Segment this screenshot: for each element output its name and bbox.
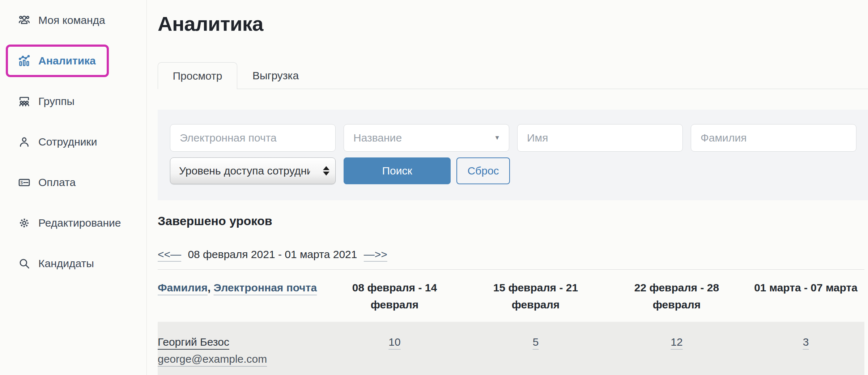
lessons-table: Фамилия, Электронная почта 08 февраля - … bbox=[158, 269, 864, 375]
header-separator: , bbox=[208, 282, 214, 294]
tab-export-label: Выгрузка bbox=[252, 69, 299, 82]
employee-email-link[interactable]: george@example.com bbox=[158, 350, 267, 367]
sidebar-item-employees[interactable]: Сотрудники bbox=[0, 122, 146, 162]
tabs: Просмотр Выгрузка bbox=[158, 62, 868, 89]
sort-by-last-name-link[interactable]: Фамилия bbox=[158, 282, 208, 294]
lessons-count-link[interactable]: 10 bbox=[388, 336, 400, 348]
reset-button[interactable]: Сброс bbox=[456, 157, 510, 184]
sidebar-item-analytics[interactable]: Аналитика bbox=[0, 41, 146, 81]
sidebar-item-label: Оплата bbox=[38, 176, 76, 189]
table-header-row: Фамилия, Электронная почта 08 февраля - … bbox=[158, 270, 864, 322]
sidebar-item-label: Аналитика bbox=[38, 55, 96, 67]
week-column-header: 08 февраля - 14 февраля bbox=[324, 270, 465, 322]
week-column-header: 01 марта - 07 марта bbox=[747, 270, 864, 322]
active-item-highlight: Аналитика bbox=[6, 45, 109, 77]
employee-cell: Георгий Безос george@example.com bbox=[158, 322, 324, 375]
lessons-count-cell: 12 bbox=[606, 322, 747, 375]
sidebar-item-my-team[interactable]: Моя команда bbox=[0, 0, 146, 41]
week-column-header: 22 февраля - 28 февраля bbox=[606, 270, 747, 322]
sidebar-item-label: Кандидаты bbox=[38, 257, 94, 270]
analytics-icon bbox=[17, 54, 31, 68]
date-pagination: <<— 08 февраля 2021 - 01 марта 2021 —>> bbox=[158, 248, 868, 261]
lessons-count-cell: 10 bbox=[324, 322, 465, 375]
search-button[interactable]: Поиск bbox=[344, 157, 451, 184]
sidebar-item-editing[interactable]: Редактирование bbox=[0, 203, 146, 243]
title-filter-placeholder: Название bbox=[353, 132, 402, 144]
last-name-filter-input[interactable] bbox=[691, 124, 856, 152]
table-row: Георгий Безос george@example.com 10 5 12… bbox=[158, 322, 864, 375]
chevron-down-icon: ▼ bbox=[494, 134, 500, 142]
search-icon bbox=[17, 257, 31, 270]
lessons-count-cell: 3 bbox=[747, 322, 864, 375]
week-column-header: 15 февраля - 21 февраля bbox=[465, 270, 606, 322]
date-range-label: 08 февраля 2021 - 01 марта 2021 bbox=[188, 248, 357, 260]
access-level-select-value: Уровень доступа сотрудника bbox=[179, 165, 310, 177]
lessons-count-link[interactable]: 12 bbox=[671, 336, 682, 348]
section-title: Завершено уроков bbox=[158, 214, 868, 228]
employee-name-link[interactable]: Георгий Безос bbox=[158, 333, 229, 350]
main-content: Аналитика Просмотр Выгрузка Название ▼ bbox=[147, 0, 868, 375]
sort-header-cell: Фамилия, Электронная почта bbox=[158, 270, 324, 322]
title-filter-select[interactable]: Название ▼ bbox=[344, 124, 509, 152]
sidebar-nav: Моя команда bbox=[0, 0, 146, 284]
payment-icon: $ bbox=[17, 176, 31, 189]
svg-text:$: $ bbox=[21, 180, 23, 185]
filter-row-2: Уровень доступа сотрудника Поиск Сброс bbox=[170, 157, 857, 184]
tab-export[interactable]: Выгрузка bbox=[237, 62, 314, 89]
email-filter-input[interactable] bbox=[170, 124, 336, 152]
filter-row-1: Название ▼ bbox=[170, 124, 857, 152]
page-title: Аналитика bbox=[158, 9, 868, 38]
sidebar: Моя команда bbox=[0, 0, 147, 375]
filter-panel: Название ▼ Уровень доступа сотрудника По… bbox=[158, 110, 868, 200]
access-level-select[interactable]: Уровень доступа сотрудника bbox=[170, 157, 336, 184]
sidebar-item-groups[interactable]: Группы bbox=[0, 81, 146, 122]
next-period-link[interactable]: —>> bbox=[364, 248, 387, 260]
sidebar-item-label: Сотрудники bbox=[38, 136, 97, 148]
sidebar-item-candidates[interactable]: Кандидаты bbox=[0, 243, 146, 284]
gear-icon bbox=[17, 216, 31, 230]
prev-period-link[interactable]: <<— bbox=[158, 248, 181, 260]
app-window: Моя команда bbox=[0, 0, 868, 375]
employees-icon bbox=[17, 135, 31, 149]
sidebar-item-label: Моя команда bbox=[38, 14, 105, 26]
sidebar-item-label: Группы bbox=[38, 95, 75, 108]
sort-by-email-link[interactable]: Электронная почта bbox=[214, 282, 317, 294]
sidebar-item-payment[interactable]: $ Оплата bbox=[0, 162, 146, 203]
select-stepper-icon bbox=[323, 166, 329, 176]
lessons-count-cell: 5 bbox=[465, 322, 606, 375]
tab-view[interactable]: Просмотр bbox=[158, 62, 237, 89]
lessons-count-link[interactable]: 5 bbox=[533, 336, 539, 348]
first-name-filter-input[interactable] bbox=[517, 124, 683, 152]
tab-view-label: Просмотр bbox=[173, 70, 222, 82]
team-icon bbox=[17, 13, 31, 27]
groups-icon bbox=[17, 94, 31, 108]
sidebar-item-label: Редактирование bbox=[38, 217, 121, 229]
lessons-count-link[interactable]: 3 bbox=[803, 336, 809, 348]
